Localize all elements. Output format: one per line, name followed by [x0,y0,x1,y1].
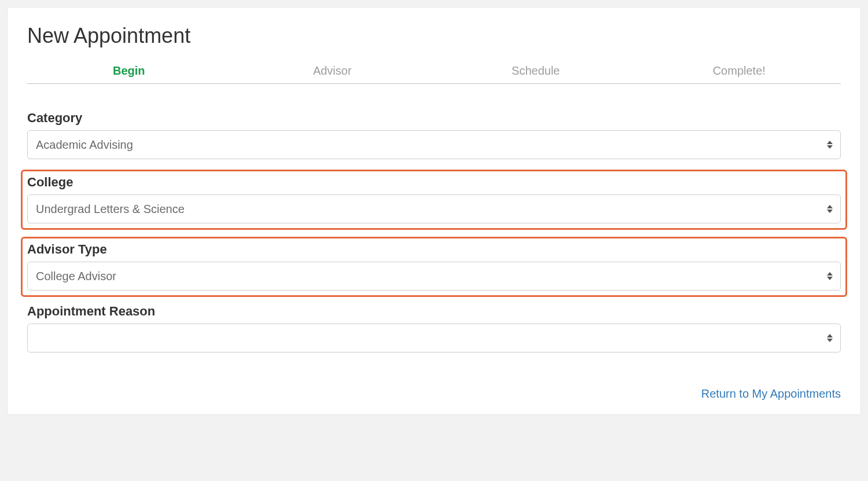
step-begin[interactable]: Begin [27,64,231,83]
return-link[interactable]: Return to My Appointments [701,387,841,400]
step-schedule[interactable]: Schedule [434,64,638,83]
appointment-reason-label: Appointment Reason [27,304,841,319]
advisor-type-group: Advisor Type College Advisor [21,237,847,297]
appointment-reason-select[interactable] [27,324,841,353]
advisor-type-select[interactable]: College Advisor [27,262,841,291]
footer-row: Return to My Appointments [27,387,841,401]
category-label: Category [27,111,841,126]
advisor-type-label: Advisor Type [27,242,841,257]
category-select-wrap: Academic Advising [27,130,841,159]
category-select[interactable]: Academic Advising [27,130,841,159]
college-label: College [27,175,841,190]
step-complete[interactable]: Complete! [638,64,841,83]
page-title: New Appointment [27,24,841,48]
progress-stepper: Begin Advisor Schedule Complete! [27,64,841,84]
appointment-panel: New Appointment Begin Advisor Schedule C… [7,7,861,415]
category-group: Category Academic Advising [27,111,841,159]
college-group: College Undergrad Letters & Science [21,170,847,230]
college-select[interactable]: Undergrad Letters & Science [27,194,841,223]
appointment-reason-select-wrap [27,324,841,353]
advisor-type-select-wrap: College Advisor [27,262,841,291]
appointment-reason-group: Appointment Reason [27,304,841,353]
college-select-wrap: Undergrad Letters & Science [27,194,841,223]
step-advisor[interactable]: Advisor [231,64,435,83]
